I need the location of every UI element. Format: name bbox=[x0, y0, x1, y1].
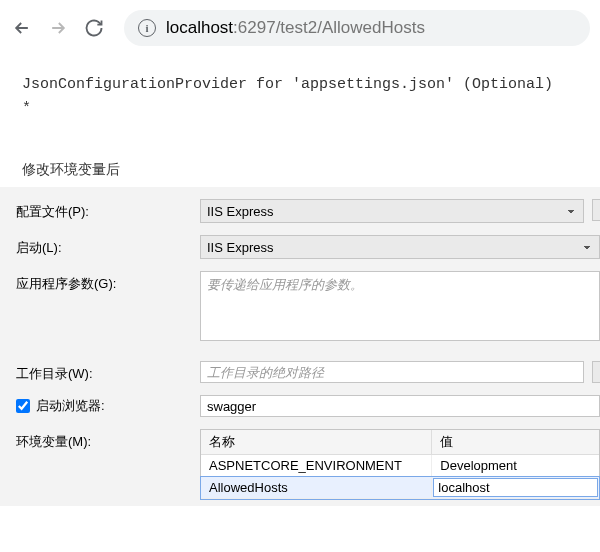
launch-label: 启动(L): bbox=[16, 235, 200, 257]
table-row[interactable]: AllowedHosts bbox=[201, 477, 599, 499]
section-title: 修改环境变量后 bbox=[0, 131, 600, 187]
forward-button[interactable] bbox=[46, 16, 70, 40]
back-button[interactable] bbox=[10, 16, 34, 40]
args-label: 应用程序参数(G): bbox=[16, 271, 200, 293]
launch-browser-label: 启动浏览器: bbox=[36, 397, 105, 415]
launch-browser-input[interactable] bbox=[200, 395, 600, 417]
workdir-label: 工作目录(W): bbox=[16, 361, 200, 383]
env-cell-name[interactable]: AllowedHosts bbox=[201, 477, 432, 499]
table-row[interactable]: ASPNETCORE_ENVIRONMENT Development bbox=[201, 455, 599, 477]
launch-settings-form: 配置文件(P): IIS Express 启动(L): IIS Express … bbox=[0, 187, 600, 506]
env-cell-name[interactable]: ASPNETCORE_ENVIRONMENT bbox=[201, 455, 432, 477]
env-label: 环境变量(M): bbox=[16, 429, 200, 451]
workdir-input[interactable] bbox=[200, 361, 584, 383]
args-textarea[interactable] bbox=[200, 271, 600, 341]
browser-toolbar: i localhost:6297/test2/AllowedHosts bbox=[0, 0, 600, 55]
profile-side-button[interactable] bbox=[592, 199, 600, 221]
launch-browser-checkbox[interactable] bbox=[16, 399, 30, 413]
response-line-2: * bbox=[22, 97, 578, 121]
response-line-1: JsonConfigurationProvider for 'appsettin… bbox=[22, 73, 578, 97]
env-col-value[interactable]: 值 bbox=[432, 430, 599, 455]
workdir-browse-button[interactable] bbox=[592, 361, 600, 383]
profile-select[interactable]: IIS Express bbox=[200, 199, 584, 223]
env-table: 名称 值 ASPNETCORE_ENVIRONMENT Development … bbox=[200, 429, 600, 500]
address-bar[interactable]: i localhost:6297/test2/AllowedHosts bbox=[124, 10, 590, 46]
profile-label: 配置文件(P): bbox=[16, 199, 200, 221]
reload-button[interactable] bbox=[82, 16, 106, 40]
site-info-icon[interactable]: i bbox=[138, 19, 156, 37]
env-cell-value[interactable]: Development bbox=[432, 455, 599, 477]
launch-select[interactable]: IIS Express bbox=[200, 235, 600, 259]
page-body: JsonConfigurationProvider for 'appsettin… bbox=[0, 55, 600, 131]
env-cell-value-input[interactable] bbox=[433, 478, 598, 497]
env-col-name[interactable]: 名称 bbox=[201, 430, 432, 455]
url-text: localhost:6297/test2/AllowedHosts bbox=[166, 18, 425, 38]
